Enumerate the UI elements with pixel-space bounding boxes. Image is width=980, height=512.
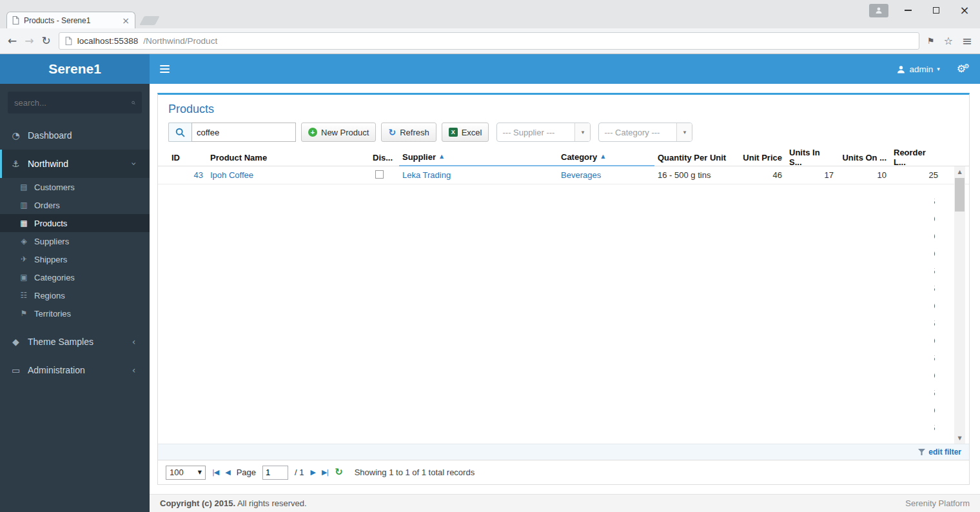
supplier-filter-select[interactable]: --- Supplier --- ▾ (496, 123, 591, 142)
sidebar-item-label: Suppliers (34, 237, 69, 246)
footer: Copyright (c) 2015. All rights reserved.… (150, 494, 980, 512)
search-input[interactable] (191, 123, 296, 142)
sidebar-item-label: Orders (34, 201, 60, 210)
sidebar-item-categories[interactable]: ▣ Categories (0, 268, 150, 286)
brand-logo[interactable]: Serene1 (0, 54, 150, 84)
edit-filter-link[interactable]: edit filter (928, 448, 961, 457)
settings-gears-icon[interactable]: ⚙⚙ (957, 63, 970, 75)
browser-profile-button[interactable] (869, 4, 888, 17)
page-total: / 1 (295, 468, 304, 477)
search-icon (175, 128, 185, 137)
user-icon (897, 65, 905, 74)
sidebar-item-dashboard[interactable]: ◔ Dashboard (0, 121, 150, 150)
first-page-button[interactable]: |◀ (212, 469, 219, 476)
new-tab-button[interactable] (139, 16, 159, 25)
sidebar-item-northwind[interactable]: ⚓ Northwind › (0, 150, 150, 178)
unit-price-cell: 46 (737, 170, 786, 180)
browser-menu-icon[interactable]: ≡ (962, 35, 972, 47)
sidebar-item-customers[interactable]: ▤ Customers (0, 178, 150, 196)
col-header-units-on-order[interactable]: Units On ... (838, 148, 890, 166)
col-header-units-in-stock[interactable]: Units In S... (786, 148, 838, 166)
supplier-link[interactable]: Leka Trading (402, 170, 451, 180)
category-link[interactable]: Beverages (561, 170, 601, 180)
page-icon (65, 37, 72, 45)
col-header-discontinued[interactable]: Dis... (369, 148, 399, 166)
minimize-button[interactable] (899, 3, 917, 18)
col-header-supplier[interactable]: Supplier▲ (399, 148, 558, 166)
scrollbar-thumb[interactable] (955, 178, 965, 212)
last-page-button[interactable]: ▶| (322, 469, 328, 476)
app-header: Serene1 admin ▾ ⚙⚙ (0, 54, 980, 84)
col-header-product-name[interactable]: Product Name (207, 148, 369, 166)
col-label: Quantity Per Unit (658, 153, 726, 162)
user-menu[interactable]: admin ▾ (897, 64, 939, 74)
sidebar-item-shippers[interactable]: ✈ Shippers (0, 250, 150, 268)
col-label: Units In S... (789, 148, 834, 167)
new-product-button[interactable]: + New Product (301, 123, 376, 142)
close-button[interactable]: × (956, 3, 974, 18)
grid-header: ID Product Name Dis... Supplier▲ Categor… (158, 148, 969, 166)
search-button[interactable] (168, 123, 191, 142)
monitor-icon: ▭ (10, 366, 21, 375)
sidebar-item-theme-samples[interactable]: ◆ Theme Samples ‹ (0, 328, 150, 356)
maximize-button[interactable] (927, 3, 945, 18)
supplier-filter-value: --- Supplier --- (497, 128, 574, 137)
sidebar-item-label: Products (34, 219, 67, 228)
col-label: Category (561, 152, 597, 162)
col-header-quantity-per-unit[interactable]: Quantity Per Unit (654, 148, 737, 166)
pager-refresh-icon[interactable]: ↻ (335, 468, 343, 477)
scroll-down-icon[interactable]: ▼ (954, 433, 965, 444)
scroll-up-icon[interactable]: ▲ (954, 166, 965, 177)
sidebar-item-territories[interactable]: ⚑ Territories (0, 304, 150, 322)
col-header-id[interactable]: ID (168, 148, 207, 166)
browser-tab[interactable]: Products - Serene1 × (6, 12, 135, 28)
orders-icon: ▥ (19, 201, 28, 209)
customers-icon: ▤ (19, 183, 28, 191)
forward-icon[interactable]: → (24, 35, 34, 46)
sidebar-item-regions[interactable]: ☷ Regions (0, 286, 150, 304)
refresh-button[interactable]: ↻ Refresh (381, 123, 436, 142)
reload-icon[interactable]: ↻ (42, 35, 51, 46)
col-header-reorder-level[interactable]: Reorder L... (890, 148, 942, 166)
col-label: Dis... (373, 153, 393, 162)
prev-page-button[interactable]: ◀ (225, 469, 230, 476)
page-size-select[interactable]: 100 ▼ (166, 466, 206, 480)
minimize-icon (905, 10, 912, 11)
back-icon[interactable]: ← (8, 35, 17, 46)
col-header-category[interactable]: Category▲ (558, 148, 654, 166)
extension-flag-icon[interactable]: ⚑ (927, 37, 935, 45)
content-area: Products + New Product (150, 84, 980, 494)
table-row[interactable]: 43 Ipoh Coffee Leka Trading Beverages 16… (158, 166, 969, 184)
categories-icon: ▣ (19, 273, 28, 281)
tab-close-icon[interactable]: × (122, 16, 130, 25)
category-filter-select[interactable]: --- Category --- ▾ (598, 123, 692, 142)
page-label: Page (237, 468, 256, 477)
excel-button[interactable]: X Excel (442, 123, 489, 142)
sidebar-item-administration[interactable]: ▭ Administration ‹ (0, 356, 150, 384)
next-page-button[interactable]: ▶ (310, 469, 315, 476)
col-label: Supplier (402, 152, 436, 162)
discontinued-checkbox[interactable] (375, 170, 384, 179)
col-label: Reorder L... (894, 148, 938, 167)
sidebar-item-products[interactable]: ▦ Products (0, 214, 150, 232)
category-filter-value: --- Category --- (599, 128, 676, 137)
col-header-unit-price[interactable]: Unit Price (737, 148, 786, 166)
sidebar-search[interactable] (8, 92, 142, 113)
bookmark-star-icon[interactable]: ☆ (944, 36, 953, 46)
product-id-link[interactable]: 43 (194, 170, 203, 180)
chevron-expanded-icon: › (130, 159, 139, 170)
address-bar[interactable]: localhost:55388/Northwind/Product (59, 32, 919, 50)
products-icon: ▦ (19, 219, 28, 227)
sidebar-item-orders[interactable]: ▥ Orders (0, 196, 150, 214)
grid-scrollbar[interactable]: ▲ ▼ (954, 166, 965, 444)
page-number-input[interactable] (262, 466, 288, 480)
suppliers-icon: ◈ (19, 237, 28, 245)
product-name-link[interactable]: Ipoh Coffee (210, 170, 253, 180)
sidebar-search-input[interactable] (14, 98, 128, 108)
sidebar-item-label: Regions (34, 291, 65, 300)
grid-body: 43 Ipoh Coffee Leka Trading Beverages 16… (158, 166, 969, 444)
sidebar-item-suppliers[interactable]: ◈ Suppliers (0, 232, 150, 250)
col-label: Product Name (210, 153, 267, 162)
sidebar-toggle-icon[interactable] (160, 63, 170, 75)
anchor-icon: ⚓ (10, 159, 21, 168)
